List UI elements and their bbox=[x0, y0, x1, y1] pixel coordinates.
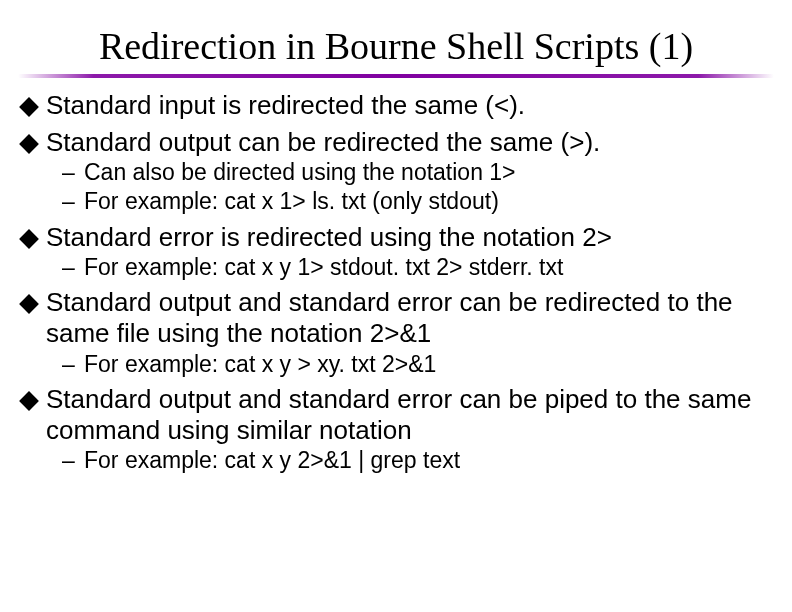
bullet-item: Standard output can be redirected the sa… bbox=[18, 127, 774, 158]
bullet-item: Standard input is redirected the same (<… bbox=[18, 90, 774, 121]
dash-icon: – bbox=[62, 159, 80, 186]
sub-text: For example: cat x y > xy. txt 2>&1 bbox=[84, 351, 774, 378]
sub-item: – For example: cat x 1> ls. txt (only st… bbox=[62, 188, 774, 215]
sub-item: – For example: cat x y 1> stdout. txt 2>… bbox=[62, 254, 774, 281]
title-divider bbox=[18, 74, 774, 78]
sub-item: – For example: cat x y 2>&1 | grep text bbox=[62, 447, 774, 474]
dash-icon: – bbox=[62, 351, 80, 378]
bullet-item: Standard output and standard error can b… bbox=[18, 384, 774, 445]
sub-item: – For example: cat x y > xy. txt 2>&1 bbox=[62, 351, 774, 378]
bullet-text: Standard output can be redirected the sa… bbox=[46, 127, 774, 158]
dash-icon: – bbox=[62, 188, 80, 215]
diamond-icon bbox=[19, 391, 39, 411]
diamond-icon bbox=[19, 134, 39, 154]
bullet-text: Standard output and standard error can b… bbox=[46, 384, 774, 445]
bullet-text: Standard error is redirected using the n… bbox=[46, 222, 774, 253]
bullet-text: Standard output and standard error can b… bbox=[46, 287, 774, 348]
bullet-text: Standard input is redirected the same (<… bbox=[46, 90, 774, 121]
sub-item: – Can also be directed using the notatio… bbox=[62, 159, 774, 186]
slide-content: Standard input is redirected the same (<… bbox=[18, 90, 774, 474]
sub-text: Can also be directed using the notation … bbox=[84, 159, 774, 186]
bullet-item: Standard output and standard error can b… bbox=[18, 287, 774, 348]
sub-text: For example: cat x y 2>&1 | grep text bbox=[84, 447, 774, 474]
diamond-icon bbox=[19, 294, 39, 314]
slide-title: Redirection in Bourne Shell Scripts (1) bbox=[18, 24, 774, 68]
dash-icon: – bbox=[62, 447, 80, 474]
diamond-icon bbox=[19, 229, 39, 249]
bullet-item: Standard error is redirected using the n… bbox=[18, 222, 774, 253]
dash-icon: – bbox=[62, 254, 80, 281]
sub-text: For example: cat x y 1> stdout. txt 2> s… bbox=[84, 254, 774, 281]
diamond-icon bbox=[19, 97, 39, 117]
sub-text: For example: cat x 1> ls. txt (only stdo… bbox=[84, 188, 774, 215]
